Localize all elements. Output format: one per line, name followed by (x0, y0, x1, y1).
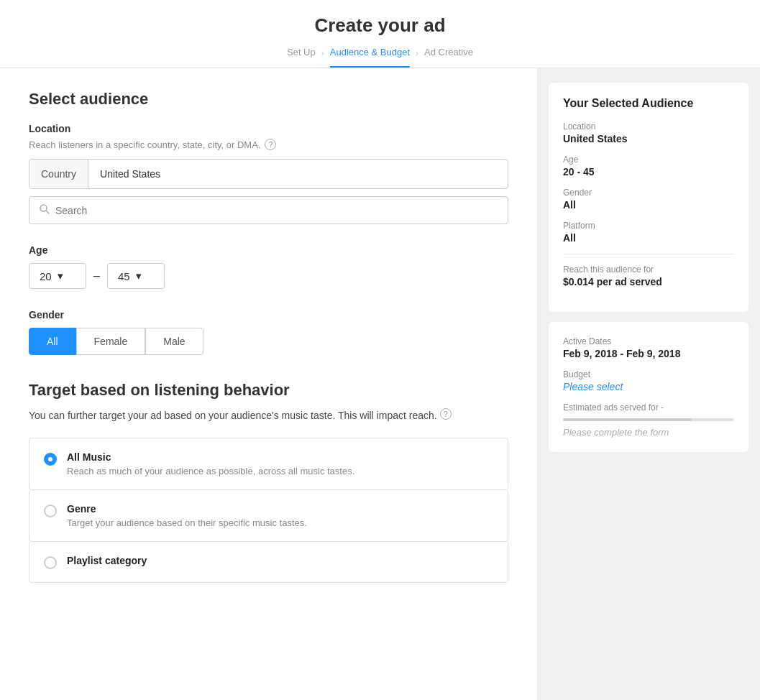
breadcrumb-setup[interactable]: Set Up (287, 47, 316, 68)
audience-age-row: Age 20 - 45 (563, 155, 734, 178)
audience-location-label: Location (563, 121, 734, 132)
audience-card: Your Selected Audience Location United S… (549, 83, 748, 312)
page-header: Create your ad Set Up › Audience & Budge… (0, 0, 760, 68)
age-from-value: 20 (40, 270, 52, 282)
breadcrumb-sep-2: › (416, 48, 418, 67)
audience-gender-label: Gender (563, 188, 734, 198)
progress-bar-bg (563, 418, 734, 421)
age-section: Age 20 ▾ – 45 ▾ (29, 244, 508, 289)
location-select-row[interactable]: Country United States (29, 159, 508, 189)
chevron-down-icon: ▾ (58, 270, 63, 282)
audience-card-title: Your Selected Audience (563, 97, 734, 110)
playlist-title: Playlist category (67, 555, 147, 566)
location-hint: Reach listeners in a specific country, s… (29, 139, 508, 150)
gender-female-button[interactable]: Female (76, 328, 146, 355)
audience-location-row: Location United States (563, 121, 734, 144)
search-input[interactable] (55, 205, 498, 216)
budget-row: Budget Please select (563, 369, 734, 392)
search-icon (40, 204, 50, 216)
audience-age-label: Age (563, 155, 734, 165)
location-help-icon[interactable]: ? (265, 139, 276, 150)
breadcrumb-creative[interactable]: Ad Creative (424, 47, 473, 68)
chevron-down-icon-2: ▾ (136, 270, 142, 282)
age-row: 20 ▾ – 45 ▾ (29, 263, 508, 289)
breadcrumb-sep-1: › (321, 48, 324, 67)
audience-platform-row: Platform All (563, 221, 734, 244)
radio-all-music-circle[interactable] (44, 453, 57, 466)
age-dash: – (93, 270, 100, 282)
target-title: Target based on listening behavior (29, 381, 508, 400)
radio-all-music[interactable]: All Music Reach as much of your audience… (29, 438, 508, 490)
gender-section: Gender All Female Male (29, 309, 508, 355)
breadcrumb-audience[interactable]: Audience & Budget (330, 47, 410, 68)
left-panel: Select audience Location Reach listeners… (0, 68, 537, 700)
active-dates-value: Feb 9, 2018 - Feb 9, 2018 (563, 348, 734, 359)
all-music-title: All Music (67, 451, 354, 463)
location-section: Location Reach listeners in a specific c… (29, 123, 508, 224)
main-layout: Select audience Location Reach listeners… (0, 68, 760, 700)
target-section: Target based on listening behavior You c… (29, 381, 508, 583)
audience-reach-label: Reach this audience for (563, 264, 734, 275)
audience-platform-label: Platform (563, 221, 734, 231)
gender-male-button[interactable]: Male (145, 328, 203, 355)
radio-playlist[interactable]: Playlist category (29, 542, 508, 583)
divider (563, 254, 734, 254)
age-to-value: 45 (118, 270, 130, 282)
age-label: Age (29, 244, 508, 256)
budget-label: Budget (563, 369, 734, 379)
country-label: Country (29, 160, 88, 188)
dates-card: Active Dates Feb 9, 2018 - Feb 9, 2018 B… (549, 322, 748, 452)
gender-buttons: All Female Male (29, 328, 508, 355)
location-label: Location (29, 123, 508, 134)
audience-reach-value: $0.014 per ad served (563, 276, 734, 287)
genre-desc: Target your audience based on their spec… (67, 517, 307, 528)
country-value: United States (88, 160, 508, 188)
all-music-desc: Reach as much of your audience as possib… (67, 466, 354, 476)
gender-label: Gender (29, 309, 508, 321)
audience-age-value: 20 - 45 (563, 166, 734, 178)
progress-bar-fill (563, 418, 692, 421)
right-panel: Your Selected Audience Location United S… (537, 68, 760, 700)
radio-genre[interactable]: Genre Target your audience based on thei… (29, 490, 508, 542)
audience-reach-row: Reach this audience for $0.014 per ad se… (563, 264, 734, 287)
page-title: Create your ad (0, 14, 760, 37)
breadcrumb: Set Up › Audience & Budget › Ad Creative (0, 47, 760, 68)
budget-value[interactable]: Please select (563, 381, 734, 392)
location-search-box[interactable] (29, 196, 508, 224)
please-complete: Please complete the form (563, 427, 734, 438)
target-help-icon[interactable]: ? (440, 408, 452, 420)
genre-title: Genre (67, 503, 307, 515)
estimated-section: Estimated ads served for - Please comple… (563, 402, 734, 438)
audience-gender-row: Gender All (563, 188, 734, 211)
audience-location-value: United States (563, 133, 734, 144)
svg-point-0 (40, 205, 47, 211)
svg-line-1 (46, 211, 49, 213)
estimated-label: Estimated ads served for - (563, 402, 734, 413)
audience-gender-value: All (563, 199, 734, 211)
select-audience-title: Select audience (29, 90, 508, 109)
active-dates-label: Active Dates (563, 336, 734, 346)
radio-playlist-circle[interactable] (44, 556, 57, 569)
age-from-select[interactable]: 20 ▾ (29, 263, 86, 289)
active-dates-row: Active Dates Feb 9, 2018 - Feb 9, 2018 (563, 336, 734, 359)
age-to-select[interactable]: 45 ▾ (107, 263, 165, 289)
radio-genre-circle[interactable] (44, 505, 57, 517)
gender-all-button[interactable]: All (29, 328, 76, 355)
audience-platform-value: All (563, 232, 734, 244)
target-desc: You can further target your ad based on … (29, 408, 508, 423)
